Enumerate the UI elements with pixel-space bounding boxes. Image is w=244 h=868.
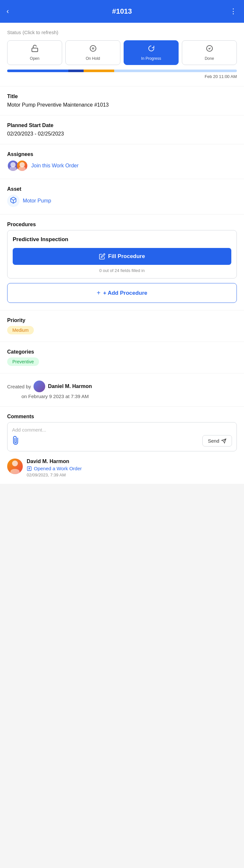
divider-3 [0,144,244,144]
assignees-label: Assignees [7,151,237,157]
divider-7 [0,342,244,342]
asset-row: Motor Pump [7,195,237,207]
comment-actions: Send [12,435,232,446]
progress-segment-1 [7,69,68,72]
created-by-section: Created by Daniel M. Harmon on February … [7,380,237,399]
avatar-2 [16,160,28,172]
created-by-text-label: Created by [7,384,31,389]
send-icon [221,438,226,443]
add-procedure-icon: + [97,289,101,297]
procedures-label: Procedures [7,222,237,227]
comments-section: Comments Add comment... Send [7,414,237,477]
comment-author-name: David M. Harmon [27,459,237,464]
planned-date-value: 02/20/2023 - 02/25/2023 [7,131,237,137]
send-label: Send [208,438,219,443]
comment-timestamp: 02/09/2023, 7:39 AM [27,472,237,477]
created-by-row: Created by Daniel M. Harmon [7,380,237,392]
priority-label: Priority [7,317,237,323]
attach-icon[interactable] [9,434,23,447]
open-label: Open [30,56,39,61]
menu-button[interactable]: ⋮ [230,7,238,16]
progress-segment-3 [84,69,114,72]
procedures-section: Procedures Predictive Inspection Fill Pr… [7,222,237,303]
priority-section: Priority Medium [7,317,237,342]
comment-author-avatar [7,459,23,474]
fill-icon [99,253,105,260]
open-icon [31,44,39,54]
status-done-button[interactable]: Done [182,40,237,65]
fill-procedure-button[interactable]: Fill Procedure [13,248,231,265]
progress-segment-2 [68,69,84,72]
done-icon [206,44,213,54]
comment-placeholder: Add comment... [12,427,232,433]
inprogress-label: In Progress [141,56,161,61]
add-procedure-button[interactable]: + + Add Procedure [7,283,237,303]
comment-action: Opened a Work Order [27,466,237,471]
divider-6 [0,310,244,310]
categories-label: Categories [7,349,237,355]
back-button[interactable]: ‹ [6,7,9,16]
created-on: on February 9 2023 at 7:39 AM [7,394,237,399]
progress-bar [7,69,237,72]
comment-input-area: Add comment... Send [7,422,237,452]
fill-procedure-label: Fill Procedure [108,253,145,260]
join-work-order-link[interactable]: Join this Work Order [31,163,79,169]
onhold-label: On Hold [86,56,100,61]
divider-4 [0,179,244,179]
divider-5 [0,214,244,215]
asset-icon-wrap [7,195,20,207]
done-label: Done [205,56,214,61]
onhold-icon [89,44,97,54]
categories-section: Categories Preventive [7,349,237,373]
status-section: Status (Click to refresh) Open [7,29,237,79]
inprogress-icon [147,44,155,54]
status-open-button[interactable]: Open [7,40,62,65]
priority-badge: Medium [7,326,34,334]
title-label: Title [7,94,237,99]
title-value: Motor Pump Preventive Maintenance #1013 [7,102,237,108]
divider-9 [0,406,244,407]
asset-name[interactable]: Motor Pump [23,198,51,204]
status-label: Status (Click to refresh) [7,29,237,36]
status-inprogress-button[interactable]: In Progress [124,40,179,65]
fill-hint: 0 out of 24 fields filled in [13,268,231,273]
asset-icon [10,196,17,206]
progress-segment-4 [114,69,237,72]
assignees-row: Join this Work Order [7,160,237,172]
action-icon [27,466,32,471]
divider-8 [0,373,244,373]
add-procedure-label: + Add Procedure [103,290,147,297]
asset-label: Asset [7,186,237,192]
comment-entry: David M. Harmon Opened a Work Order 02/0… [7,459,237,477]
status-onhold-button[interactable]: On Hold [65,40,120,65]
planned-date-label: Planned Start Date [7,123,237,128]
progress-date: Feb 20 11:00 AM [7,74,237,79]
creator-avatar [33,380,45,392]
procedure-title: Predictive Inspection [13,236,231,243]
asset-section: Asset Motor Pump [7,186,237,207]
divider-2 [0,115,244,115]
page-title: #1013 [112,7,132,16]
avatar-group [7,160,28,172]
status-refresh-hint[interactable]: (Click to refresh) [23,30,58,35]
comments-label: Comments [7,414,237,420]
planned-date-section: Planned Start Date 02/20/2023 - 02/25/20… [7,123,237,137]
header: ‹ #1013 ⋮ [0,0,244,23]
svg-rect-0 [32,48,38,52]
comment-action-text[interactable]: Opened a Work Order [34,466,82,471]
svg-point-1 [90,45,96,51]
content: Status (Click to refresh) Open [0,23,244,484]
category-badge: Preventive [7,358,39,366]
divider-1 [0,86,244,87]
comment-body: David M. Harmon Opened a Work Order 02/0… [27,459,237,477]
title-section: Title Motor Pump Preventive Maintenance … [7,94,237,108]
creator-name: Daniel M. Harmon [48,383,92,389]
status-buttons: Open On Hold [7,40,237,65]
send-button[interactable]: Send [202,435,232,446]
procedure-card: Predictive Inspection Fill Procedure 0 o… [7,230,237,279]
assignees-section: Assignees Join this Work Order [7,151,237,172]
